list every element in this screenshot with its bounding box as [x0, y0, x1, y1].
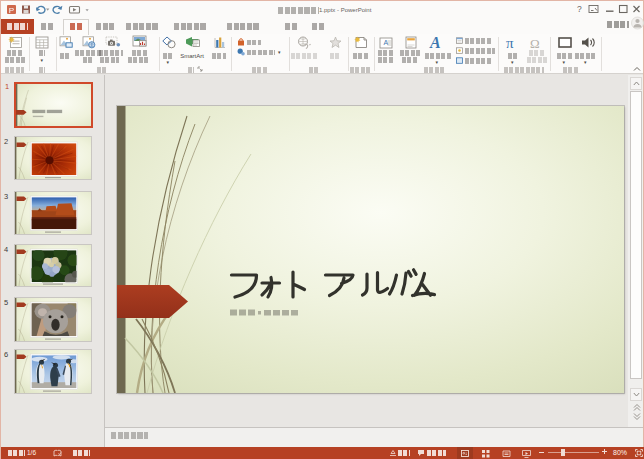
- svg-text:?: ?: [577, 4, 582, 14]
- svg-text:A: A: [384, 39, 389, 46]
- svg-text:P: P: [9, 5, 14, 14]
